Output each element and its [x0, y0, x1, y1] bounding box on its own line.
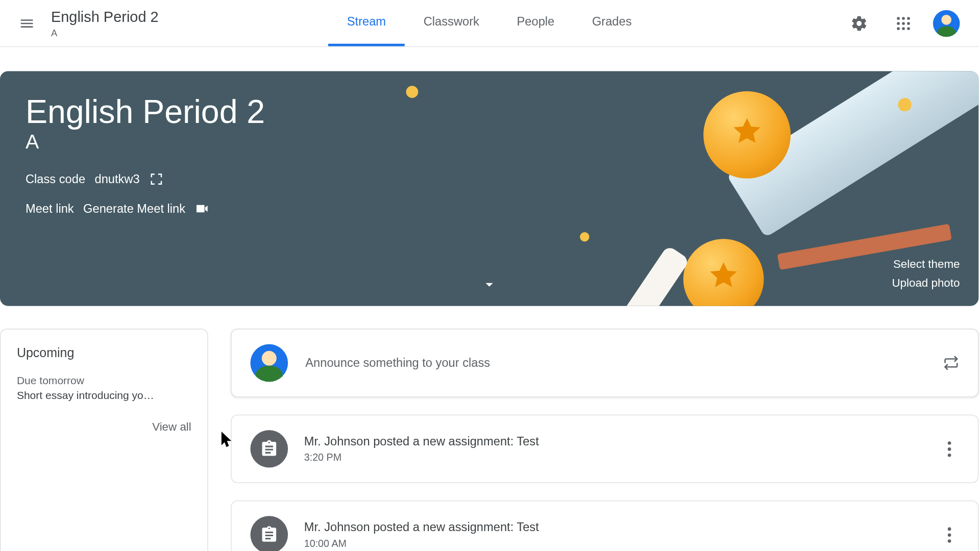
- meet-link-label: Meet link: [26, 202, 74, 216]
- upcoming-card: Upcoming Due tomorrow Short essay introd…: [0, 329, 208, 551]
- banner-art-dot-1: [406, 86, 419, 98]
- banner-expand-button[interactable]: [477, 272, 501, 296]
- post-title: Mr. Johnson posted a new assignment: Tes…: [304, 435, 939, 449]
- banner-art-medal-1: [703, 91, 791, 179]
- header-class-name[interactable]: English Period 2: [51, 8, 159, 26]
- banner-art-medal-2: [683, 239, 764, 306]
- svg-point-8: [907, 27, 910, 30]
- tab-stream[interactable]: Stream: [328, 1, 405, 46]
- post-body: Mr. Johnson posted a new assignment: Tes…: [304, 435, 939, 463]
- upcoming-heading: Upcoming: [17, 345, 191, 360]
- post-time: 10:00 AM: [304, 537, 939, 548]
- class-code-label: Class code: [26, 172, 85, 186]
- stream-feed: Announce something to your class Mr. Joh…: [231, 329, 978, 551]
- upload-photo-button[interactable]: Upload photo: [892, 274, 960, 293]
- header-class-section: A: [51, 27, 159, 38]
- stream-content: Upcoming Due tomorrow Short essay introd…: [0, 329, 978, 551]
- announce-composer[interactable]: Announce something to your class: [231, 329, 978, 397]
- class-banner: English Period 2 A Class code dnutkw3 Me…: [0, 71, 978, 306]
- more-vert-icon: [947, 533, 951, 537]
- assignment-icon: [250, 430, 288, 468]
- gear-icon: [850, 14, 868, 32]
- settings-button[interactable]: [844, 8, 874, 38]
- apps-icon: [895, 14, 912, 32]
- banner-theme-actions: Select theme Upload photo: [892, 255, 960, 293]
- composer-avatar: [250, 344, 288, 382]
- app-header: English Period 2 A Stream Classwork Peop…: [0, 0, 978, 47]
- svg-point-1: [902, 17, 905, 20]
- tab-classwork[interactable]: Classwork: [405, 1, 498, 46]
- fullscreen-icon[interactable]: [149, 172, 164, 187]
- more-vert-icon: [947, 447, 951, 450]
- banner-art-handle: [623, 245, 690, 306]
- chevron-down-icon: [481, 276, 498, 293]
- account-avatar[interactable]: [933, 10, 960, 37]
- stream-post[interactable]: Mr. Johnson posted a new assignment: Tes…: [231, 415, 978, 483]
- header-title-block: English Period 2 A: [51, 8, 159, 38]
- svg-point-3: [897, 22, 900, 25]
- svg-point-5: [907, 22, 910, 25]
- svg-point-7: [902, 27, 905, 30]
- header-right-actions: [844, 8, 968, 38]
- class-code-value[interactable]: dnutkw3: [94, 172, 139, 186]
- banner-art-dot-2: [580, 232, 589, 241]
- menu-icon: [19, 15, 35, 32]
- tab-people[interactable]: People: [498, 1, 573, 46]
- main-menu-button[interactable]: [11, 7, 43, 39]
- stream-post[interactable]: Mr. Johnson posted a new assignment: Tes…: [231, 500, 978, 551]
- post-time: 3:20 PM: [304, 452, 939, 463]
- view-all-button[interactable]: View all: [17, 421, 191, 434]
- video-icon[interactable]: [194, 202, 209, 216]
- post-body: Mr. Johnson posted a new assignment: Tes…: [304, 520, 939, 548]
- tab-grades[interactable]: Grades: [573, 1, 650, 46]
- select-theme-button[interactable]: Select theme: [892, 255, 960, 274]
- top-tabs: Stream Classwork People Grades: [328, 1, 650, 46]
- reuse-post-icon[interactable]: [943, 355, 960, 371]
- svg-point-4: [902, 22, 905, 25]
- upcoming-due-label: Due tomorrow: [17, 375, 191, 387]
- apps-button[interactable]: [889, 8, 918, 38]
- svg-point-6: [897, 27, 900, 30]
- upcoming-item[interactable]: Short essay introducing yo…: [17, 390, 191, 402]
- post-options-button[interactable]: [939, 524, 959, 544]
- announce-placeholder: Announce something to your class: [305, 356, 943, 370]
- svg-point-2: [907, 17, 910, 20]
- assignment-icon: [250, 516, 288, 551]
- post-title: Mr. Johnson posted a new assignment: Tes…: [304, 520, 939, 535]
- svg-point-0: [897, 17, 900, 20]
- post-options-button[interactable]: [939, 439, 959, 459]
- page-main: English Period 2 A Class code dnutkw3 Me…: [0, 47, 978, 551]
- generate-meet-link[interactable]: Generate Meet link: [83, 202, 185, 216]
- banner-art-dot-3: [898, 98, 911, 111]
